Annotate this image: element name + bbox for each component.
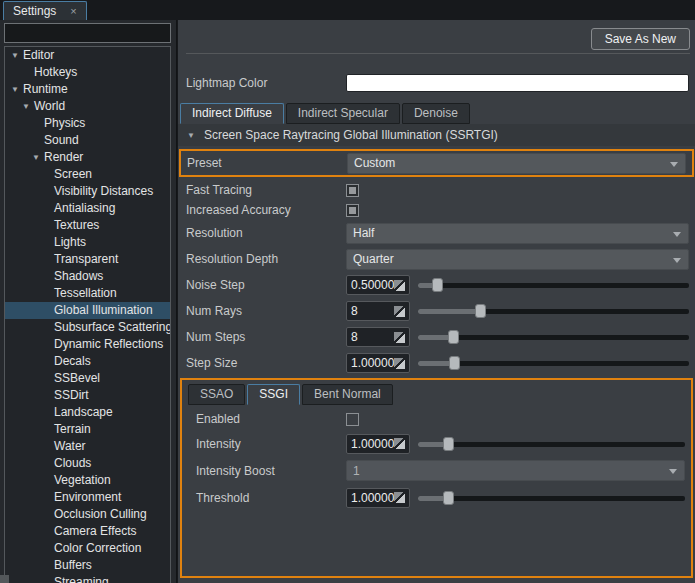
slider-handle[interactable] bbox=[432, 278, 443, 292]
sidebar-item-tessellation[interactable]: Tessellation bbox=[5, 285, 170, 302]
increased-accuracy-checkbox[interactable] bbox=[346, 204, 359, 217]
sidebar-item-transparent[interactable]: Transparent bbox=[5, 251, 170, 268]
value-drag-icon[interactable] bbox=[394, 306, 405, 317]
sidebar-item-color-correction[interactable]: Color Correction bbox=[5, 540, 170, 557]
lightmap-color-label: Lightmap Color bbox=[186, 76, 346, 90]
value-drag-icon[interactable] bbox=[394, 438, 405, 449]
sidebar-item-label: Color Correction bbox=[5, 540, 141, 557]
slider-handle[interactable] bbox=[475, 304, 486, 318]
sidebar-item-buffers[interactable]: Buffers bbox=[5, 557, 170, 574]
sidebar-item-hotkeys[interactable]: Hotkeys bbox=[5, 64, 170, 81]
sidebar-item-subsurface-scattering[interactable]: Subsurface Scattering bbox=[5, 319, 170, 336]
slider-handle[interactable] bbox=[443, 437, 454, 451]
value-drag-icon[interactable] bbox=[394, 358, 405, 369]
resolution-depth-label: Resolution Depth bbox=[186, 252, 346, 266]
save-as-new-button[interactable]: Save As New bbox=[591, 28, 690, 50]
preset-label: Preset bbox=[187, 156, 347, 170]
value-drag-icon[interactable] bbox=[394, 280, 405, 291]
tree-expander-icon[interactable]: ▼ bbox=[31, 149, 41, 166]
slider-handle[interactable] bbox=[448, 330, 459, 344]
value-drag-icon[interactable] bbox=[394, 332, 405, 343]
fast-tracing-checkbox[interactable] bbox=[346, 184, 359, 197]
intensity-slider[interactable] bbox=[418, 437, 685, 451]
sidebar-item-camera-effects[interactable]: Camera Effects bbox=[5, 523, 170, 540]
sidebar-item-visibility-distances[interactable]: Visibility Distances bbox=[5, 183, 170, 200]
subtab-ssao[interactable]: SSAO bbox=[188, 384, 245, 405]
sidebar-item-screen[interactable]: Screen bbox=[5, 166, 170, 183]
threshold-slider[interactable] bbox=[418, 491, 685, 505]
sidebar-item-editor[interactable]: ▼Editor bbox=[5, 47, 170, 64]
sidebar-item-physics[interactable]: Physics bbox=[5, 115, 170, 132]
sidebar-item-label: Camera Effects bbox=[5, 523, 136, 540]
sidebar-item-textures[interactable]: Textures bbox=[5, 217, 170, 234]
sidebar-item-lights[interactable]: Lights bbox=[5, 234, 170, 251]
sidebar-item-label: Subsurface Scattering bbox=[5, 319, 171, 336]
subtab-bent-normal[interactable]: Bent Normal bbox=[302, 384, 393, 405]
sidebar-item-render[interactable]: ▼Render bbox=[5, 149, 170, 166]
num-steps-slider[interactable] bbox=[418, 330, 689, 344]
slider-handle[interactable] bbox=[443, 491, 454, 505]
sidebar-item-ssdirt[interactable]: SSDirt bbox=[5, 387, 170, 404]
tab-indirect-diffuse[interactable]: Indirect Diffuse bbox=[180, 103, 284, 124]
preset-dropdown[interactable]: Custom bbox=[347, 153, 686, 174]
sidebar-item-terrain[interactable]: Terrain bbox=[5, 421, 170, 438]
tree-expander-icon[interactable]: ▼ bbox=[21, 98, 31, 115]
threshold-field[interactable]: 1.00000 bbox=[346, 488, 410, 508]
value-drag-icon[interactable] bbox=[394, 492, 405, 503]
subtab-ssgi[interactable]: SSGI bbox=[247, 384, 300, 405]
sidebar-item-label: Tessellation bbox=[5, 285, 117, 302]
collapse-arrow-icon[interactable]: ▼ bbox=[187, 131, 195, 140]
sidebar-item-label: Hotkeys bbox=[5, 64, 77, 81]
noise-step-field[interactable]: 0.50000 bbox=[346, 275, 410, 295]
sidebar-item-label: Dynamic Reflections bbox=[5, 336, 163, 353]
sidebar-item-landscape[interactable]: Landscape bbox=[5, 404, 170, 421]
sidebar-item-shadows[interactable]: Shadows bbox=[5, 268, 170, 285]
slider-track bbox=[418, 442, 685, 447]
close-icon[interactable]: × bbox=[70, 6, 76, 17]
sidebar-item-label: Landscape bbox=[5, 404, 113, 421]
row-intensity: Intensity1.00000 bbox=[182, 430, 691, 457]
tree-expander-icon[interactable]: ▼ bbox=[10, 47, 20, 64]
sidebar-item-world[interactable]: ▼World bbox=[5, 98, 170, 115]
sidebar-item-label: Global Illumination bbox=[5, 302, 153, 319]
step-size-slider[interactable] bbox=[418, 356, 689, 370]
sidebar-item-occlusion-culling[interactable]: Occlusion Culling bbox=[5, 506, 170, 523]
sidebar-item-label: Terrain bbox=[5, 421, 91, 438]
tab-indirect-specular[interactable]: Indirect Specular bbox=[286, 103, 400, 124]
enabled-checkbox[interactable] bbox=[346, 413, 359, 426]
sidebar-item-ssbevel[interactable]: SSBevel bbox=[5, 370, 170, 387]
num-rays-slider[interactable] bbox=[418, 304, 689, 318]
num-steps-field[interactable]: 8 bbox=[346, 327, 410, 347]
sidebar-item-runtime[interactable]: ▼Runtime bbox=[5, 81, 170, 98]
row-enabled: Enabled bbox=[182, 408, 691, 430]
sidebar-item-streaming[interactable]: Streaming bbox=[5, 574, 170, 583]
resolution-depth-value: Quarter bbox=[353, 252, 394, 266]
intensity-boost-label: Intensity Boost bbox=[196, 464, 346, 478]
tree-expander-icon[interactable]: ▼ bbox=[10, 81, 20, 98]
tab-denoise[interactable]: Denoise bbox=[402, 103, 470, 124]
sidebar-item-label: Lights bbox=[5, 234, 86, 251]
resolution-depth-dropdown[interactable]: Quarter bbox=[346, 249, 689, 270]
sidebar-item-label: Shadows bbox=[5, 268, 103, 285]
noise-step-slider[interactable] bbox=[418, 278, 689, 292]
slider-handle[interactable] bbox=[449, 356, 460, 370]
ssrtgi-section-header[interactable]: ▼ Screen Space Raytracing Global Illumin… bbox=[178, 124, 695, 146]
search-input[interactable] bbox=[4, 23, 171, 43]
intensity-field[interactable]: 1.00000 bbox=[346, 434, 410, 454]
fast-tracing-label: Fast Tracing bbox=[186, 183, 346, 197]
sidebar-item-clouds[interactable]: Clouds bbox=[5, 455, 170, 472]
sidebar-item-dynamic-reflections[interactable]: Dynamic Reflections bbox=[5, 336, 170, 353]
tab-settings[interactable]: Settings × bbox=[3, 1, 87, 20]
sidebar-item-vegetation[interactable]: Vegetation bbox=[5, 472, 170, 489]
step-size-field[interactable]: 1.00000 bbox=[346, 353, 410, 373]
num-rays-field[interactable]: 8 bbox=[346, 301, 410, 321]
lightmap-color-swatch[interactable] bbox=[346, 74, 689, 92]
sidebar-item-global-illumination[interactable]: Global Illumination bbox=[5, 302, 170, 319]
sidebar-item-environment[interactable]: Environment bbox=[5, 489, 170, 506]
sidebar-item-antialiasing[interactable]: Antialiasing bbox=[5, 200, 170, 217]
sidebar-item-water[interactable]: Water bbox=[5, 438, 170, 455]
sidebar-item-decals[interactable]: Decals bbox=[5, 353, 170, 370]
resolution-dropdown[interactable]: Half bbox=[346, 223, 689, 244]
intensity-boost-dropdown[interactable]: 1 bbox=[346, 460, 685, 481]
sidebar-item-sound[interactable]: Sound bbox=[5, 132, 170, 149]
